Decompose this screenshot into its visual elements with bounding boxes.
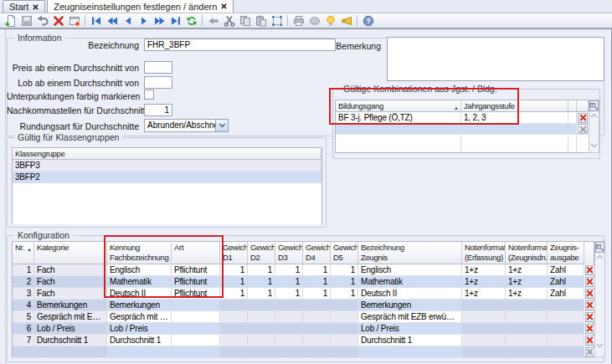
cell[interactable] bbox=[506, 311, 548, 323]
cell[interactable]: 1 bbox=[275, 264, 303, 276]
cell[interactable] bbox=[275, 335, 303, 346]
header-cell[interactable]: Kennung Fachbezeichnung bbox=[107, 242, 172, 264]
cell[interactable]: Zahl bbox=[548, 288, 584, 300]
cell[interactable]: Fach bbox=[34, 264, 107, 276]
cell[interactable] bbox=[303, 300, 331, 311]
cell[interactable] bbox=[172, 335, 220, 346]
header-cell[interactable]: Jahrgangsstufe bbox=[461, 100, 568, 112]
cell[interactable] bbox=[462, 346, 506, 358]
cell[interactable]: 1 bbox=[275, 276, 303, 288]
delete-row-button[interactable] bbox=[578, 113, 588, 123]
rundungsart-select[interactable]: Abrunden/Abschneiden bbox=[144, 119, 229, 132]
cell[interactable]: Fach bbox=[34, 288, 107, 300]
cell[interactable]: 1 bbox=[275, 288, 303, 300]
cell[interactable] bbox=[275, 346, 303, 358]
nav-next-fast-button[interactable] bbox=[152, 13, 167, 28]
cell[interactable]: Lob / Preis bbox=[34, 323, 107, 335]
select-region-button[interactable] bbox=[269, 13, 285, 28]
tab-zeugniseinstellungen[interactable]: Zeugniseinstellungen festlegen / ändern bbox=[47, 0, 234, 13]
cell[interactable]: 1 bbox=[220, 264, 248, 276]
table-row[interactable]: 1FachEnglischPflichtunt11111Englisch1+z1… bbox=[13, 264, 594, 276]
cell[interactable]: Lob / Preis bbox=[107, 323, 172, 335]
announce-horn-button[interactable] bbox=[338, 13, 354, 28]
table-row[interactable]: 4BemerkungenBemerkungenBemerkungen bbox=[13, 300, 594, 311]
cell[interactable] bbox=[506, 335, 548, 346]
cell[interactable]: 1+z bbox=[462, 276, 506, 288]
delete-row-button[interactable] bbox=[585, 312, 595, 322]
cell[interactable]: 7 bbox=[13, 335, 34, 346]
delete-row-button[interactable] bbox=[585, 289, 595, 299]
header-cell[interactable]: Gewicht D5 bbox=[331, 242, 358, 264]
scroll-down-icon[interactable] bbox=[589, 143, 599, 148]
cell[interactable]: 1 bbox=[331, 288, 358, 300]
chevron-down-icon[interactable] bbox=[215, 120, 228, 131]
cell[interactable] bbox=[506, 300, 548, 311]
cell[interactable] bbox=[303, 311, 331, 323]
cell[interactable]: Englisch bbox=[358, 264, 462, 276]
cell[interactable]: 4 bbox=[13, 300, 34, 311]
scroll-down-icon[interactable] bbox=[595, 343, 604, 348]
print-preview-button[interactable] bbox=[306, 13, 322, 28]
cell[interactable] bbox=[358, 346, 462, 358]
cell[interactable] bbox=[220, 346, 248, 358]
header-cell[interactable]: Kategorie bbox=[34, 242, 107, 264]
table-row[interactable] bbox=[13, 346, 594, 358]
cell[interactable]: Gespräch mit EZB erwünscht bbox=[107, 311, 172, 323]
cell[interactable]: Durchschnitt 1 bbox=[107, 335, 172, 346]
cell[interactable]: 1 bbox=[248, 288, 275, 300]
cell[interactable] bbox=[506, 346, 548, 358]
cell[interactable] bbox=[548, 323, 584, 335]
header-cell[interactable]: Notenformat (Zeugnisdruck) bbox=[506, 242, 548, 264]
cell[interactable]: 1+z bbox=[506, 276, 548, 288]
cell[interactable] bbox=[331, 300, 358, 311]
print-button[interactable] bbox=[291, 13, 306, 28]
cell[interactable]: 1 bbox=[303, 288, 331, 300]
cell[interactable]: 1 bbox=[331, 276, 358, 288]
table-row[interactable]: 2FachMathematikPflichtunt11111Mathematik… bbox=[13, 276, 594, 288]
cell[interactable]: 3 bbox=[13, 288, 34, 300]
cell[interactable] bbox=[548, 300, 584, 311]
cell[interactable]: Deutsch II bbox=[358, 288, 462, 300]
header-cell[interactable]: Bildungsgang▲ bbox=[336, 100, 461, 112]
cell[interactable]: Gespräch mit EZB erwünscht bbox=[34, 311, 107, 323]
cell[interactable]: BF 3-j. Pflege (Ö,TZ) bbox=[336, 112, 461, 124]
cell[interactable]: 5 bbox=[13, 311, 34, 323]
nav-prev-fast-button[interactable] bbox=[104, 13, 120, 28]
header-cell[interactable]: Klassengruppe bbox=[13, 148, 321, 160]
header-cell[interactable]: Nr.▲ bbox=[13, 242, 34, 264]
konfiguration-scrollbar[interactable] bbox=[594, 241, 605, 357]
undo-button[interactable] bbox=[34, 13, 50, 28]
cell[interactable]: Pflichtunt bbox=[172, 276, 220, 288]
cell[interactable]: Zahl bbox=[548, 264, 584, 276]
cell[interactable]: 1 bbox=[220, 288, 248, 300]
cell[interactable] bbox=[303, 335, 331, 346]
hint-bulb-button[interactable] bbox=[322, 13, 338, 28]
header-cell[interactable]: Gewicht D2 bbox=[248, 242, 275, 264]
cell[interactable] bbox=[331, 335, 358, 346]
cell[interactable]: 3BFP2 bbox=[13, 172, 321, 183]
table-row[interactable]: 7Durchschnitt 1Durchschnitt 1Durchschnit… bbox=[13, 335, 594, 346]
kombinationen-scrollbar[interactable] bbox=[589, 100, 599, 153]
column-picker-button[interactable] bbox=[589, 100, 599, 111]
cell[interactable] bbox=[248, 300, 275, 311]
cell[interactable] bbox=[172, 311, 220, 323]
cell[interactable]: 1 bbox=[220, 276, 248, 288]
table-row[interactable]: 3FachDeutsch IIPflichtunt11111Deutsch II… bbox=[13, 288, 594, 300]
table-row[interactable]: 6Lob / PreisLob / PreisLob / Preis bbox=[13, 323, 594, 335]
cell[interactable] bbox=[275, 300, 303, 311]
cell[interactable] bbox=[248, 346, 275, 358]
cell[interactable] bbox=[548, 346, 584, 358]
refresh-button[interactable] bbox=[183, 13, 199, 28]
new-record-button[interactable] bbox=[3, 13, 18, 28]
cell[interactable] bbox=[462, 311, 506, 323]
save-button[interactable] bbox=[18, 13, 34, 28]
cell[interactable]: Zahl bbox=[548, 276, 584, 288]
cell[interactable] bbox=[336, 124, 461, 135]
cell[interactable] bbox=[34, 346, 107, 358]
header-cell[interactable]: Zeugnis- ausgabe bbox=[548, 242, 584, 264]
cell[interactable] bbox=[568, 124, 577, 135]
cell[interactable]: 1 bbox=[303, 264, 331, 276]
cell[interactable] bbox=[548, 335, 584, 346]
cell[interactable]: Gespräch mit EZB erwünscht bbox=[358, 311, 462, 323]
column-picker-button[interactable] bbox=[595, 242, 604, 253]
